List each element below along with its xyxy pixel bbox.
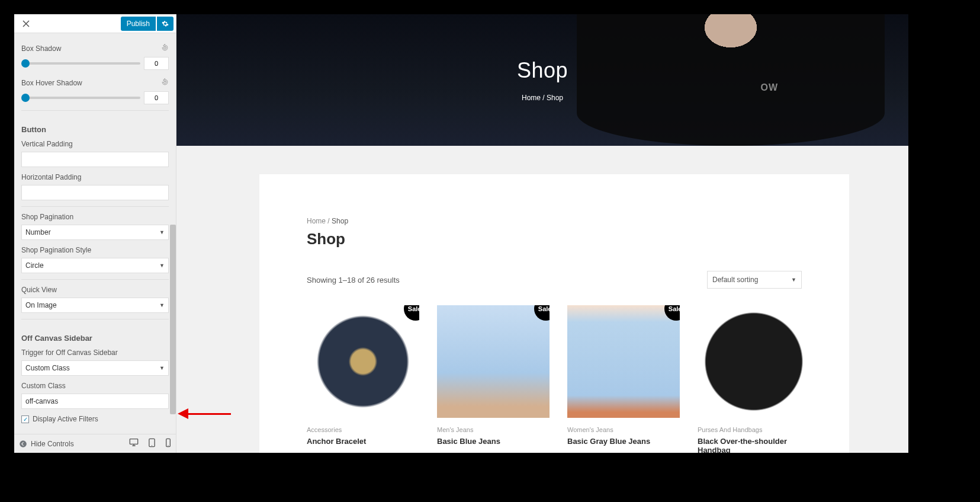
shop-content: Home / Shop Shop Showing 1–18 of 26 resu… bbox=[259, 174, 849, 453]
product-name: Black Over-the-shoulder Handbag bbox=[698, 437, 810, 453]
sort-select[interactable]: Default sorting ▼ bbox=[707, 271, 802, 289]
product-category: Men's Jeans bbox=[437, 426, 550, 433]
horizontal-padding-input[interactable] bbox=[21, 185, 169, 200]
box-shadow-slider[interactable] bbox=[21, 62, 140, 65]
publish-group: Publish bbox=[121, 17, 173, 31]
sidebar-header: Publish bbox=[14, 14, 176, 33]
select-value: Custom Class bbox=[25, 364, 70, 372]
chevron-down-icon: ▼ bbox=[159, 302, 165, 308]
trigger-select[interactable]: Custom Class ▼ bbox=[21, 360, 169, 376]
shop-pagination-style-label: Shop Pagination Style bbox=[21, 246, 169, 254]
annotation-arrow bbox=[178, 410, 231, 417]
display-active-filters-label: Display Active Filters bbox=[33, 415, 98, 423]
sale-badge: Sale! bbox=[664, 305, 680, 321]
product-image: Sale! bbox=[437, 305, 550, 418]
svg-point-0 bbox=[20, 440, 27, 447]
product-card[interactable]: Sale! Women's Jeans Basic Gray Blue Jean… bbox=[567, 305, 680, 453]
preview-pane: OW Shop Home / Shop Home / Shop Shop Sho… bbox=[176, 14, 908, 453]
box-hover-shadow-value[interactable] bbox=[144, 91, 169, 104]
button-section-heading: Button bbox=[21, 125, 169, 134]
breadcrumb-small: Home / Shop bbox=[307, 217, 802, 225]
reset-icon[interactable] bbox=[161, 78, 169, 88]
product-image: Sale! bbox=[307, 305, 419, 418]
product-image: Sale! bbox=[567, 305, 680, 418]
display-active-filters-checkbox[interactable]: ✓ bbox=[21, 415, 29, 423]
box-hover-shadow-label: Box Hover Shadow bbox=[21, 79, 82, 87]
product-card[interactable]: Purses And Handbags Black Over-the-shoul… bbox=[698, 305, 810, 453]
breadcrumb-current: Shop bbox=[332, 217, 348, 225]
hide-controls-button[interactable]: Hide Controls bbox=[19, 440, 74, 448]
product-name: Anchor Bracelet bbox=[307, 437, 419, 446]
product-name: Basic Blue Jeans bbox=[437, 437, 550, 446]
product-name: Basic Gray Blue Jeans bbox=[567, 437, 680, 446]
product-category: Women's Jeans bbox=[567, 426, 680, 433]
vertical-padding-label: Vertical Padding bbox=[21, 140, 169, 148]
breadcrumb-current: Shop bbox=[547, 94, 563, 102]
product-price: £34.00£30.00 bbox=[567, 452, 680, 453]
select-value: Circle bbox=[25, 261, 44, 270]
publish-settings-button[interactable] bbox=[157, 17, 173, 31]
horizontal-padding-label: Horizontal Padding bbox=[21, 173, 169, 181]
box-hover-shadow-slider[interactable] bbox=[21, 97, 140, 99]
quick-view-label: Quick View bbox=[21, 286, 169, 294]
close-button[interactable] bbox=[17, 15, 36, 32]
product-price: £100.00£86.00 bbox=[437, 452, 550, 453]
select-value: Number bbox=[25, 228, 51, 236]
mobile-icon[interactable] bbox=[165, 438, 171, 450]
select-value: Default sorting bbox=[712, 276, 758, 284]
desktop-icon[interactable] bbox=[129, 438, 139, 450]
off-canvas-heading: Off Canvas Sidebar bbox=[21, 334, 169, 343]
svg-rect-1 bbox=[130, 439, 137, 444]
sidebar-footer: Hide Controls bbox=[14, 434, 176, 453]
shop-pagination-style-select[interactable]: Circle ▼ bbox=[21, 258, 169, 273]
svg-point-5 bbox=[168, 445, 168, 446]
quick-view-select[interactable]: On Image ▼ bbox=[21, 298, 169, 313]
collapse-icon bbox=[19, 440, 27, 448]
custom-class-input[interactable] bbox=[21, 394, 169, 409]
chevron-down-icon: ▼ bbox=[159, 263, 165, 268]
trigger-label: Trigger for Off Canvas Sidebar bbox=[21, 348, 169, 357]
product-category: Purses And Handbags bbox=[698, 426, 810, 433]
product-card[interactable]: Sale! Men's Jeans Basic Blue Jeans £100.… bbox=[437, 305, 550, 453]
product-price: £12.00£10.00 bbox=[307, 452, 419, 453]
reset-icon[interactable] bbox=[161, 44, 169, 53]
hide-controls-label: Hide Controls bbox=[31, 440, 74, 448]
publish-button[interactable]: Publish bbox=[121, 17, 156, 31]
hero-image bbox=[577, 14, 885, 146]
product-category: Accessories bbox=[307, 426, 419, 433]
chevron-down-icon: ▼ bbox=[159, 229, 165, 235]
sale-badge: Sale! bbox=[404, 305, 419, 321]
product-grid: Sale! Accessories Anchor Bracelet £12.00… bbox=[307, 305, 802, 453]
breadcrumb-home-link[interactable]: Home bbox=[307, 217, 326, 225]
shop-heading: Shop bbox=[307, 230, 802, 248]
scrollbar-thumb[interactable] bbox=[170, 225, 176, 414]
vertical-padding-input[interactable] bbox=[21, 152, 169, 167]
sidebar-body: Box Shadow Box Hover Shadow bbox=[14, 33, 176, 434]
results-count: Showing 1–18 of 26 results bbox=[307, 276, 400, 284]
shop-pagination-select[interactable]: Number ▼ bbox=[21, 225, 169, 240]
product-image bbox=[698, 305, 810, 418]
tablet-icon[interactable] bbox=[148, 438, 156, 450]
close-icon bbox=[23, 20, 30, 27]
breadcrumb: Home / Shop bbox=[522, 94, 563, 102]
box-shadow-label: Box Shadow bbox=[21, 44, 61, 53]
box-shadow-value[interactable] bbox=[144, 57, 169, 70]
select-value: On Image bbox=[25, 301, 57, 309]
customizer-sidebar: Publish Box Shadow Box H bbox=[14, 14, 176, 453]
custom-class-label: Custom Class bbox=[21, 382, 169, 390]
chevron-down-icon: ▼ bbox=[791, 277, 796, 283]
hero-banner: OW Shop Home / Shop bbox=[176, 14, 908, 146]
product-card[interactable]: Sale! Accessories Anchor Bracelet £12.00… bbox=[307, 305, 419, 453]
device-preview-toggles bbox=[129, 438, 171, 450]
sale-badge: Sale! bbox=[534, 305, 550, 321]
breadcrumb-home[interactable]: Home bbox=[522, 94, 541, 102]
shop-pagination-label: Shop Pagination bbox=[21, 213, 169, 221]
gear-icon bbox=[162, 20, 169, 27]
brand-logo: OW bbox=[760, 82, 778, 93]
chevron-down-icon: ▼ bbox=[159, 365, 165, 371]
svg-point-3 bbox=[152, 445, 152, 446]
page-title: Shop bbox=[517, 58, 568, 83]
